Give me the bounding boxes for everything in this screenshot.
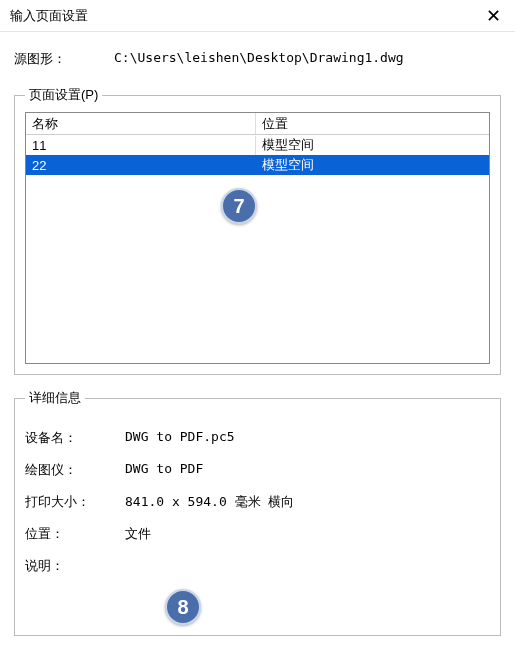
- cell-name: 22: [26, 156, 256, 175]
- detail-size: 打印大小： 841.0 x 594.0 毫米 横向: [25, 493, 490, 511]
- col-header-location[interactable]: 位置: [256, 113, 489, 134]
- page-setup-group: 页面设置(P) 名称 位置 11 模型空间 22 模型空间 7: [14, 86, 501, 375]
- annotation-badge-7: 7: [221, 188, 257, 224]
- annotation-badge-8: 8: [165, 589, 201, 625]
- col-header-name[interactable]: 名称: [26, 113, 256, 134]
- size-value: 841.0 x 594.0 毫米 横向: [125, 493, 294, 511]
- source-row: 源图形： C:\Users\leishen\Desktop\Drawing1.d…: [14, 50, 501, 68]
- table-row[interactable]: 22 模型空间: [26, 155, 489, 175]
- close-icon[interactable]: ✕: [479, 2, 507, 30]
- device-label: 设备名：: [25, 429, 125, 447]
- page-setup-legend: 页面设置(P): [25, 86, 102, 104]
- table-row[interactable]: 11 模型空间: [26, 135, 489, 155]
- page-setup-table[interactable]: 名称 位置 11 模型空间 22 模型空间 7: [25, 112, 490, 364]
- cell-location: 模型空间: [256, 134, 489, 156]
- detail-location: 位置： 文件: [25, 525, 490, 543]
- device-value: DWG to PDF.pc5: [125, 429, 235, 447]
- source-label: 源图形：: [14, 50, 114, 68]
- detail-device: 设备名： DWG to PDF.pc5: [25, 429, 490, 447]
- details-legend: 详细信息: [25, 389, 85, 407]
- table-header: 名称 位置: [26, 113, 489, 135]
- plotter-label: 绘图仪：: [25, 461, 125, 479]
- desc-label: 说明：: [25, 557, 125, 575]
- details-group: 详细信息 设备名： DWG to PDF.pc5 绘图仪： DWG to PDF…: [14, 389, 501, 636]
- detail-plotter: 绘图仪： DWG to PDF: [25, 461, 490, 479]
- dialog-content: 源图形： C:\Users\leishen\Desktop\Drawing1.d…: [0, 32, 515, 659]
- location-label: 位置：: [25, 525, 125, 543]
- location-value: 文件: [125, 525, 151, 543]
- titlebar: 输入页面设置 ✕: [0, 0, 515, 32]
- size-label: 打印大小：: [25, 493, 125, 511]
- source-path: C:\Users\leishen\Desktop\Drawing1.dwg: [114, 50, 404, 68]
- plotter-value: DWG to PDF: [125, 461, 203, 479]
- cell-name: 11: [26, 136, 256, 155]
- cell-location: 模型空间: [256, 154, 489, 176]
- dialog-title: 输入页面设置: [10, 7, 88, 25]
- detail-desc: 说明：: [25, 557, 490, 575]
